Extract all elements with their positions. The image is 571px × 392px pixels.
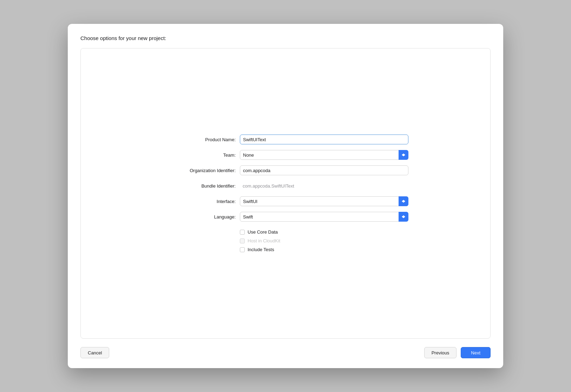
new-project-dialog: Choose options for your new project: Pro… [68, 24, 503, 368]
content-area: Product Name: Team: None Add an Account.… [80, 48, 491, 339]
bundle-identifier-row: Bundle Identifier: com.appcoda.SwiftUITe… [163, 181, 408, 191]
cancel-button[interactable]: Cancel [80, 347, 109, 358]
interface-select[interactable]: SwiftUI Storyboard [240, 196, 408, 206]
host-in-cloudkit-checkbox [240, 239, 245, 243]
org-identifier-input[interactable] [240, 165, 408, 175]
language-select-wrapper: Swift Objective-C [240, 212, 408, 222]
product-name-label: Product Name: [163, 137, 240, 142]
org-identifier-row: Organization Identifier: [163, 165, 408, 175]
team-select[interactable]: None Add an Account... [240, 150, 408, 160]
include-tests-label: Include Tests [248, 247, 274, 252]
team-label: Team: [163, 152, 240, 158]
form-container: Product Name: Team: None Add an Account.… [163, 135, 408, 252]
product-name-input[interactable] [240, 135, 408, 144]
include-tests-row: Include Tests [240, 247, 408, 252]
dialog-footer: Cancel Previous Next [80, 347, 491, 358]
host-in-cloudkit-row: Host in CloudKit [240, 238, 408, 243]
use-core-data-checkbox[interactable] [240, 230, 245, 235]
language-select[interactable]: Swift Objective-C [240, 212, 408, 222]
language-row: Language: Swift Objective-C [163, 212, 408, 222]
team-select-wrapper: None Add an Account... [240, 150, 408, 160]
use-core-data-label: Use Core Data [248, 229, 278, 235]
interface-label: Interface: [163, 199, 240, 204]
bundle-identifier-label: Bundle Identifier: [163, 183, 240, 189]
checkboxes-section: Use Core Data Host in CloudKit Include T… [240, 229, 408, 252]
next-button[interactable]: Next [461, 347, 491, 358]
dialog-title: Choose options for your new project: [80, 35, 491, 41]
team-row: Team: None Add an Account... [163, 150, 408, 160]
language-label: Language: [163, 214, 240, 220]
bundle-identifier-value: com.appcoda.SwiftUIText [240, 181, 408, 191]
include-tests-checkbox[interactable] [240, 247, 245, 252]
interface-select-wrapper: SwiftUI Storyboard [240, 196, 408, 206]
host-in-cloudkit-label: Host in CloudKit [248, 238, 280, 243]
org-identifier-label: Organization Identifier: [163, 168, 240, 173]
footer-right: Previous Next [424, 347, 491, 358]
product-name-row: Product Name: [163, 135, 408, 144]
interface-row: Interface: SwiftUI Storyboard [163, 196, 408, 206]
previous-button[interactable]: Previous [424, 347, 457, 358]
use-core-data-row: Use Core Data [240, 229, 408, 235]
